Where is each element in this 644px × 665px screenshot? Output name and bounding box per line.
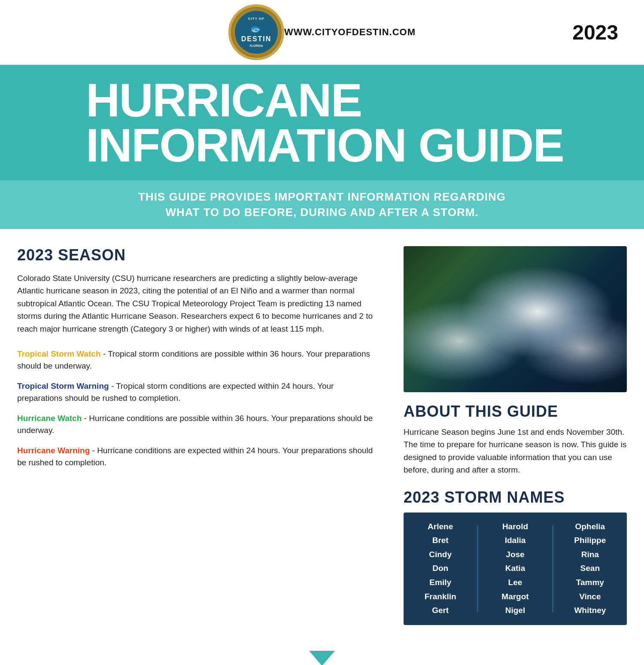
hurricane-watch-label: Hurricane Watch — [17, 414, 82, 423]
year-label: 2023 — [572, 21, 618, 44]
hurricane-warning-block: Hurricane Warning - Hurricane conditions… — [17, 445, 378, 469]
storm-name-item: Cindy — [429, 549, 452, 561]
right-column: ABOUT THIS GUIDE Hurricane Season begins… — [404, 246, 627, 625]
storm-name-item: Philippe — [574, 535, 606, 546]
storm-name-item: Margot — [501, 591, 529, 603]
storm-name-item: Gert — [432, 605, 449, 616]
about-body: Hurricane Season begins June 1st and end… — [404, 426, 627, 476]
subtitle-line1: THIS GUIDE PROVIDES IMPORTANT INFORMATIO… — [17, 189, 627, 204]
storm-name-item: Tammy — [576, 577, 604, 589]
storm-col-3: OpheliaPhilippeRinaSeanTammyVinceWhitney — [553, 521, 627, 616]
storm-name-item: Emily — [429, 577, 451, 589]
tropical-storm-warning-text: Tropical Storm Warning - Tropical storm … — [17, 380, 378, 405]
storm-col-2: HaroldIdaliaJoseKatiaLeeMargotNigel — [478, 521, 552, 616]
main-header: HURRICANE INFORMATION GUIDE — [0, 65, 644, 180]
website-url: WWW.CITYOFDESTIN.COM — [284, 27, 416, 38]
hurricane-satellite-image — [404, 246, 627, 392]
storm-names-grid: ArleneBretCindyDonEmilyFranklinGert Haro… — [404, 512, 627, 625]
storm-name-item: Whitney — [574, 605, 606, 616]
storm-name-item: Rina — [581, 549, 599, 561]
storm-name-item: Don — [432, 563, 448, 574]
storm-names-title: 2023 STORM NAMES — [404, 488, 627, 506]
tropical-storm-watch-block: Tropical Storm Watch - Tropical storm co… — [17, 348, 378, 372]
subtitle-bar: THIS GUIDE PROVIDES IMPORTANT INFORMATIO… — [0, 180, 644, 229]
storm-name-item: Sean — [580, 563, 600, 574]
tropical-storm-watch-text: Tropical Storm Watch - Tropical storm co… — [17, 348, 378, 372]
top-bar: CITY OF 🐟 DESTIN FLORIDA WWW.CITYOFDESTI… — [0, 0, 644, 65]
storm-name-item: Arlene — [428, 521, 453, 533]
storm-col-1: ArleneBretCindyDonEmilyFranklinGert — [404, 521, 477, 616]
tropical-storm-warning-block: Tropical Storm Warning - Tropical storm … — [17, 380, 378, 405]
hurricane-watch-text: Hurricane Watch - Hurricane conditions a… — [17, 412, 378, 437]
image-simulation — [404, 246, 627, 392]
main-content: 2023 SEASON Colorado State University (C… — [0, 229, 644, 642]
storm-name-item: Bret — [432, 535, 449, 546]
storm-name-item: Ophelia — [575, 521, 605, 533]
arrow-down-icon — [309, 651, 335, 665]
logo-city: CITY OF — [248, 17, 264, 21]
season-body: Colorado State University (CSU) hurrican… — [17, 272, 378, 335]
season-title: 2023 SEASON — [17, 246, 378, 264]
bottom-section — [0, 642, 644, 665]
logo-florida: FLORIDA — [249, 44, 263, 48]
about-title: ABOUT THIS GUIDE — [404, 403, 627, 421]
tropical-storm-watch-label: Tropical Storm Watch — [17, 349, 101, 358]
storm-name-item: Lee — [508, 577, 522, 589]
hurricane-watch-block: Hurricane Watch - Hurricane conditions a… — [17, 412, 378, 437]
storm-name-item: Vince — [579, 591, 601, 603]
storm-name-item: Idalia — [505, 535, 526, 546]
title-line1: HURRICANE — [86, 78, 564, 123]
subtitle-line2: WHAT TO DO BEFORE, DURING AND AFTER A ST… — [17, 204, 627, 220]
tropical-storm-warning-label: Tropical Storm Warning — [17, 381, 109, 390]
storm-name-item: Jose — [506, 549, 524, 561]
logo-destin: DESTIN — [241, 35, 272, 44]
storm-name-item: Franklin — [425, 591, 456, 603]
storm-name-item: Katia — [505, 563, 525, 574]
logo-fish-icon: 🐟 — [250, 21, 263, 35]
guide-title: HURRICANE INFORMATION GUIDE — [86, 78, 564, 168]
city-logo: CITY OF 🐟 DESTIN FLORIDA — [228, 4, 284, 60]
hurricane-warning-label: Hurricane Warning — [17, 446, 90, 455]
hurricane-warning-text: Hurricane Warning - Hurricane conditions… — [17, 445, 378, 469]
storm-name-item: Nigel — [505, 605, 525, 616]
title-line2: INFORMATION GUIDE — [86, 123, 564, 168]
storm-name-item: Harold — [502, 521, 528, 533]
left-column: 2023 SEASON Colorado State University (C… — [17, 246, 386, 625]
